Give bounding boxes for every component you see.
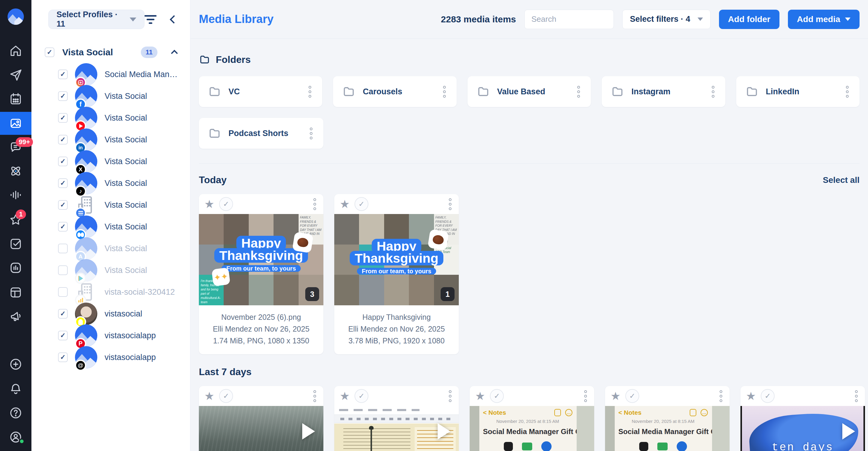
group-checkbox[interactable]: ✓	[45, 48, 54, 57]
play-icon[interactable]	[438, 423, 450, 440]
folder-menu-kebab-icon[interactable]	[576, 84, 582, 99]
profile-checkbox[interactable]: ✓	[58, 69, 68, 79]
media-card[interactable]: ★ ✓ FAMILY, FRIENDS & FOR EVERY DAY THAT…	[199, 194, 323, 354]
note-title: Social Media Manager Gift Guide	[618, 427, 708, 436]
ai-atom-icon[interactable]	[0, 160, 31, 183]
profile-checkbox[interactable]	[58, 287, 68, 297]
media-menu-kebab-icon[interactable]	[312, 197, 318, 212]
profile-row[interactable]: ✓ Vista Social	[31, 107, 190, 129]
chevron-down-icon	[130, 18, 136, 22]
profile-checkbox[interactable]: ✓	[58, 353, 68, 362]
help-icon[interactable]	[0, 401, 31, 424]
calendar-icon[interactable]	[0, 87, 31, 110]
profile-checkbox[interactable]: ✓	[58, 135, 68, 145]
profile-row[interactable]: vista-social-320412	[31, 281, 190, 303]
folder-menu-kebab-icon[interactable]	[307, 84, 313, 99]
notifications-bell-icon[interactable]	[0, 378, 31, 400]
media-menu-kebab-icon[interactable]	[447, 388, 453, 404]
profile-row[interactable]: ✓ Social Media Managem…	[31, 63, 190, 85]
layout-boards-icon[interactable]	[0, 281, 31, 304]
profile-row[interactable]: ✓ P vistasocialapp	[31, 325, 190, 347]
profile-checkbox[interactable]: ✓	[58, 200, 68, 210]
profile-row[interactable]: ✓ @ vistasocialapp	[31, 347, 190, 368]
folder-menu-kebab-icon[interactable]	[308, 126, 314, 141]
folder-card[interactable]: Carousels	[333, 76, 456, 107]
profile-row[interactable]: ✓ Vista Social	[31, 216, 190, 238]
media-card[interactable]: ★ ✓	[199, 386, 323, 451]
chevron-up-icon[interactable]	[171, 50, 178, 57]
profile-row[interactable]: ✓ vistasocial	[31, 303, 190, 325]
folder-menu-kebab-icon[interactable]	[710, 84, 716, 99]
tasks-icon[interactable]	[0, 232, 31, 255]
select-all-link[interactable]: Select all	[823, 175, 860, 185]
folder-menu-kebab-icon[interactable]	[441, 84, 447, 99]
collapse-panel-icon[interactable]	[170, 15, 178, 23]
media-menu-kebab-icon[interactable]	[718, 388, 724, 404]
profile-row[interactable]: ✓ Vista Social	[31, 194, 190, 216]
select-check-icon[interactable]: ✓	[354, 389, 368, 403]
media-card[interactable]: ★ ✓ < Notes … November 20, 2025 at 8:15 …	[470, 386, 594, 451]
select-check-icon[interactable]: ✓	[490, 389, 504, 403]
announcements-megaphone-icon[interactable]	[0, 305, 31, 328]
profile-checkbox[interactable]	[58, 244, 68, 253]
media-card[interactable]: ★ ✓ ten days	[740, 386, 865, 451]
profile-checkbox[interactable]: ✓	[58, 222, 68, 232]
profile-checkbox[interactable]: ✓	[58, 331, 68, 340]
account-avatar-icon[interactable]	[0, 426, 31, 449]
favorite-star-icon[interactable]: ★	[204, 199, 214, 210]
profile-checkbox[interactable]: ✓	[58, 309, 68, 319]
favorite-star-icon[interactable]: ★	[475, 391, 485, 402]
profile-checkbox[interactable]: ✓	[58, 91, 68, 101]
folder-card[interactable]: LinkedIn	[736, 76, 860, 107]
media-menu-kebab-icon[interactable]	[447, 197, 453, 212]
folder-card[interactable]: Value Based	[468, 76, 591, 107]
favorite-star-icon[interactable]: ★	[340, 391, 350, 402]
publish-send-icon[interactable]	[0, 63, 31, 86]
reports-icon[interactable]	[0, 256, 31, 279]
vista-social-logo[interactable]	[7, 8, 24, 25]
profile-row[interactable]: ✓ in Vista Social	[31, 129, 190, 151]
profile-checkbox[interactable]: ✓	[58, 178, 68, 188]
favorite-star-icon[interactable]: ★	[746, 391, 756, 402]
add-media-button[interactable]: Add media	[788, 10, 860, 29]
favorite-star-icon[interactable]: ★	[204, 391, 214, 402]
select-filters-dropdown[interactable]: Select filters · 4	[622, 10, 711, 29]
media-menu-kebab-icon[interactable]	[312, 388, 318, 404]
folder-card[interactable]: VC	[199, 76, 322, 107]
profile-row[interactable]: Vista Social	[31, 259, 190, 281]
folder-menu-kebab-icon[interactable]	[844, 84, 850, 99]
profile-row[interactable]: A Vista Social	[31, 238, 190, 259]
media-card[interactable]: ★ ✓ FAMILY, FRIENDS & FOR EVERY DAY THAT…	[334, 194, 459, 354]
profile-checkbox[interactable]: ✓	[58, 157, 68, 166]
add-folder-button[interactable]: Add folder	[719, 10, 779, 29]
favorites-star-icon[interactable]: 1	[0, 208, 31, 231]
select-check-icon[interactable]: ✓	[761, 389, 775, 403]
favorite-star-icon[interactable]: ★	[611, 391, 620, 402]
media-library-icon[interactable]	[0, 112, 31, 135]
media-menu-kebab-icon[interactable]	[582, 388, 589, 404]
search-input[interactable]	[524, 10, 614, 29]
select-check-icon[interactable]: ✓	[219, 389, 233, 403]
home-icon[interactable]	[0, 39, 31, 62]
media-menu-kebab-icon[interactable]	[853, 388, 860, 404]
play-icon[interactable]	[302, 423, 315, 440]
create-plus-icon[interactable]	[0, 353, 31, 376]
play-icon[interactable]	[842, 423, 855, 440]
profile-checkbox[interactable]	[58, 265, 68, 275]
profile-checkbox[interactable]: ✓	[58, 113, 68, 123]
media-card[interactable]: ★ ✓	[334, 386, 459, 451]
folder-card[interactable]: Instagram	[602, 76, 725, 107]
profile-row[interactable]: ✓ ♪ Vista Social	[31, 172, 190, 194]
profile-row[interactable]: ✓ f Vista Social	[31, 85, 190, 107]
select-check-icon[interactable]: ✓	[354, 197, 368, 211]
folder-card[interactable]: Podcast Shorts	[199, 118, 323, 149]
media-card[interactable]: ★ ✓ < Notes … November 20, 2025 at 8:15 …	[605, 386, 730, 451]
favorite-star-icon[interactable]: ★	[340, 199, 350, 210]
select-check-icon[interactable]: ✓	[219, 197, 233, 211]
audio-waveform-icon[interactable]	[0, 183, 31, 207]
inbox-comments-icon[interactable]: 99+	[0, 136, 31, 159]
profile-row[interactable]: ✓ X Vista Social	[31, 151, 190, 172]
select-profiles-dropdown[interactable]: Select Profiles · 11	[49, 10, 145, 29]
select-check-icon[interactable]: ✓	[625, 389, 639, 403]
profiles-filter-icon[interactable]	[145, 15, 157, 24]
